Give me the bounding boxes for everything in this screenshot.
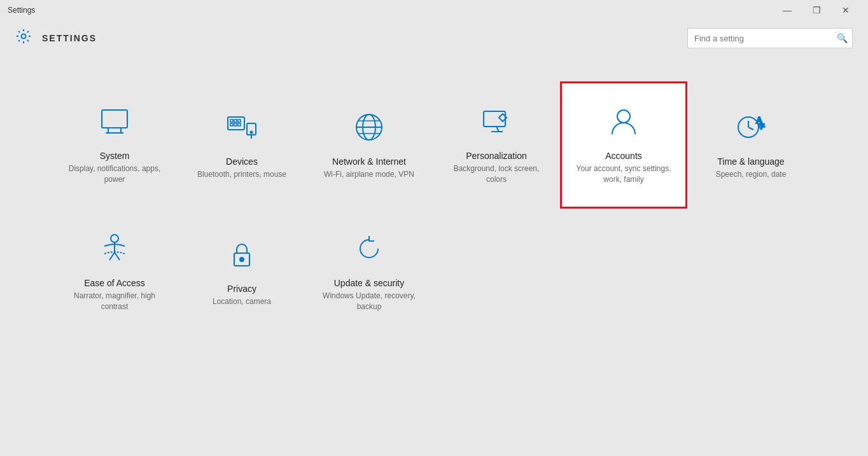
svg-point-29 xyxy=(111,235,118,242)
window-controls: — ❐ ✕ xyxy=(773,0,860,20)
titlebar-title: Settings xyxy=(8,6,35,15)
svg-line-21 xyxy=(496,127,499,132)
system-subtitle: Display, notifications, apps, power xyxy=(64,163,165,185)
svg-line-32 xyxy=(115,252,120,260)
ease-icon xyxy=(98,232,131,270)
svg-rect-11 xyxy=(238,123,241,126)
svg-point-23 xyxy=(617,110,630,123)
settings-item-update[interactable]: Update & securityWindows Update, recover… xyxy=(305,209,433,336)
settings-item-devices[interactable]: DevicesBluetooth, printers, mouse xyxy=(178,81,305,209)
settings-item-network[interactable]: Network & InternetWi-Fi, airplane mode, … xyxy=(305,81,433,209)
svg-rect-9 xyxy=(230,123,233,126)
close-button[interactable]: ✕ xyxy=(831,0,860,20)
svg-rect-1 xyxy=(102,110,127,128)
settings-item-ease[interactable]: Ease of AccessNarrator, magnifier, high … xyxy=(51,209,178,336)
minimize-button[interactable]: — xyxy=(773,0,802,20)
privacy-title: Privacy xyxy=(227,284,256,294)
titlebar: Settings — ❐ ✕ xyxy=(0,0,868,20)
header-title: SETTINGS xyxy=(42,33,97,43)
settings-item-system[interactable]: SystemDisplay, notifications, apps, powe… xyxy=(51,81,178,209)
svg-point-34 xyxy=(240,258,244,261)
time-title: Time & language xyxy=(717,156,784,167)
network-title: Network & Internet xyxy=(332,156,406,167)
devices-subtitle: Bluetooth, printers, mouse xyxy=(197,169,286,180)
system-icon xyxy=(98,105,131,143)
accounts-title: Accounts xyxy=(605,151,642,161)
personalization-subtitle: Background, lock screen, colors xyxy=(445,163,547,185)
update-title: Update & security xyxy=(334,278,405,288)
settings-item-personalization[interactable]: PersonalizationBackground, lock screen, … xyxy=(433,81,560,209)
svg-line-26 xyxy=(748,127,753,130)
svg-rect-8 xyxy=(238,120,241,122)
header-left: SETTINGS xyxy=(15,28,97,48)
search-icon: 🔍 xyxy=(832,28,852,48)
privacy-subtitle: Location, camera xyxy=(213,296,271,307)
main-content: SystemDisplay, notifications, apps, powe… xyxy=(0,56,868,361)
svg-rect-6 xyxy=(230,120,233,122)
devices-title: Devices xyxy=(226,156,258,167)
header: SETTINGS 🔍 xyxy=(0,20,868,56)
system-title: System xyxy=(100,151,130,161)
settings-item-time[interactable]: A字Time & languageSpeech, region, date xyxy=(687,81,815,209)
settings-logo-icon xyxy=(15,28,32,48)
svg-line-31 xyxy=(109,252,115,260)
settings-grid: SystemDisplay, notifications, apps, powe… xyxy=(51,81,817,336)
time-subtitle: Speech, region, date xyxy=(716,169,787,180)
svg-rect-10 xyxy=(234,123,237,126)
accounts-subtitle: Your account, sync settings, work, famil… xyxy=(575,163,673,185)
svg-rect-7 xyxy=(234,120,237,122)
time-icon: A字 xyxy=(734,111,767,149)
svg-point-0 xyxy=(22,34,26,39)
ease-title: Ease of Access xyxy=(84,278,145,288)
search-box[interactable]: 🔍 xyxy=(687,28,853,48)
settings-item-accounts[interactable]: AccountsYour account, sync settings, wor… xyxy=(560,81,687,209)
ease-subtitle: Narrator, magnifier, high contrast xyxy=(64,291,165,312)
devices-icon xyxy=(225,111,258,149)
svg-text:字: 字 xyxy=(759,123,765,130)
privacy-icon xyxy=(225,238,258,276)
personalization-icon xyxy=(480,105,513,143)
settings-item-privacy[interactable]: PrivacyLocation, camera xyxy=(178,209,305,336)
svg-rect-20 xyxy=(484,111,505,127)
accounts-icon xyxy=(607,105,640,143)
svg-point-14 xyxy=(251,131,253,133)
network-subtitle: Wi-Fi, airplane mode, VPN xyxy=(324,169,414,180)
update-subtitle: Windows Update, recovery, backup xyxy=(318,291,420,312)
update-icon xyxy=(353,232,386,270)
maximize-button[interactable]: ❐ xyxy=(802,0,831,20)
personalization-title: Personalization xyxy=(466,151,527,161)
network-icon xyxy=(353,111,386,149)
search-input[interactable] xyxy=(688,34,832,43)
